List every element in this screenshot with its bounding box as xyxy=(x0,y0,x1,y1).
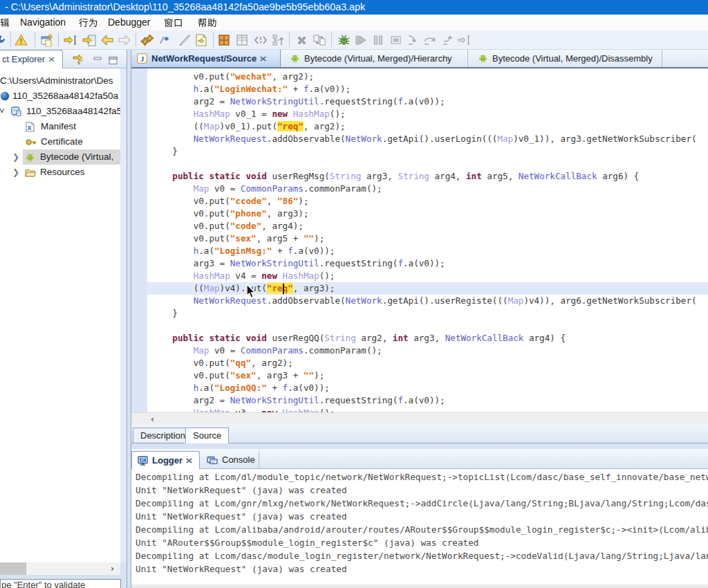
mouse-cursor-icon xyxy=(246,284,259,303)
editor-hscrollbar[interactable]: ‹ xyxy=(131,412,708,424)
console-window-icon xyxy=(207,453,218,470)
menu-item-cjk-2[interactable] xyxy=(79,15,97,30)
goto-document-icon[interactable] xyxy=(82,33,96,47)
resume-icon xyxy=(354,33,368,47)
chevron-collapsed-icon[interactable]: ❯ xyxy=(12,153,19,161)
tree-filter-input[interactable]: pe "Enter" to validate xyxy=(0,579,121,588)
debug-bug-icon[interactable] xyxy=(337,33,351,47)
close-icon[interactable]: ✕ xyxy=(48,50,56,68)
maximize-icon[interactable] xyxy=(109,55,118,67)
toolbar-separator xyxy=(136,33,136,47)
project-tree-hscrollbar[interactable]: › xyxy=(0,562,120,575)
window-title: - C:\Users\Administrator\Desktop\110_352… xyxy=(0,1,365,12)
hscrollbar-thumb[interactable] xyxy=(0,562,26,575)
close-icon[interactable]: ✕ xyxy=(259,50,268,68)
logger-output[interactable]: Decompiling at Lcom/dl/module_topic/netw… xyxy=(131,469,708,588)
export-doc-icon[interactable] xyxy=(194,33,208,47)
editor-column: JNetWorkRequest/Source✕Bytecode (Virtual… xyxy=(131,50,708,588)
code-line: public static void userRegMsg(String arg… xyxy=(131,170,708,183)
java-unit-icon: J xyxy=(137,52,147,69)
code-line: public static void userRegQQ(String arg2… xyxy=(131,332,708,344)
code-line: ((Map)v0_1).put("req", arg2); xyxy=(131,120,708,133)
toolbar-separator xyxy=(213,33,214,47)
toolbar-separator xyxy=(289,33,290,47)
editor-tab-label: Bytecode (Virtual, Merged)/Disassembly xyxy=(492,53,653,64)
editor-tab-label: Bytecode (Virtual, Merged)/Hierarchy xyxy=(304,53,452,64)
tree-item-c-users-administrator-des[interactable]: C:\Users\Administrator\Des xyxy=(0,73,120,89)
occurrence-highlight: "req" xyxy=(267,283,293,293)
back-arrow-icon[interactable] xyxy=(100,33,114,47)
new-window-icon[interactable] xyxy=(41,33,55,47)
tab-console[interactable]: Console xyxy=(201,451,259,469)
svg-text:J: J xyxy=(140,55,145,63)
log-line: Decompiling at Lcom/alibaba/android/arou… xyxy=(131,523,708,536)
run-to-line-icon xyxy=(458,33,472,47)
tree-item-bytecode-virtual-[interactable]: ❯Bytecode (Virtual, xyxy=(0,149,120,165)
menu-item-cjk-5[interactable] xyxy=(198,15,216,30)
log-line: Decompiling at Lcom/dasc/module_login_re… xyxy=(131,549,708,562)
tree-item-label: Resources xyxy=(40,165,85,180)
code-line: arg2 = NetWorkStringUtil.requestString(f… xyxy=(131,95,708,108)
tree-item-label: Manifest xyxy=(41,119,76,134)
forward-arrow-icon xyxy=(118,33,131,47)
menu-item-navigation[interactable]: Navigation xyxy=(20,15,66,30)
grid-orange-icon[interactable] xyxy=(217,33,231,47)
tab-source[interactable]: Source xyxy=(185,428,229,443)
vertical-sash[interactable] xyxy=(127,50,131,588)
code-line xyxy=(131,320,708,332)
scroll-left-icon[interactable]: ‹ xyxy=(151,414,154,424)
code-line: h.a("LoginQQ:" + f.a(v0)); xyxy=(131,382,708,394)
code-line: NetWorkRequest.addObservable(NetWork.get… xyxy=(131,133,708,145)
delete-icon xyxy=(295,33,308,47)
chevron-collapsed-icon[interactable]: ❯ xyxy=(12,168,19,176)
rename-icon[interactable] xyxy=(177,33,191,47)
code-line: HashMap v3 = new HashMap(); xyxy=(131,407,708,412)
certificate-key-icon xyxy=(26,137,35,147)
scroll-right-icon[interactable]: › xyxy=(111,564,114,573)
tree-item-110-35268aa48142fa50a[interactable]: 110_35268aa48142fa50a xyxy=(0,89,120,104)
tab-description[interactable]: Description xyxy=(133,428,193,443)
code-line: v0.put("qq", arg2); xyxy=(131,357,708,369)
code-line: } xyxy=(131,307,708,320)
open-partial-icon[interactable] xyxy=(0,33,8,47)
menu-item-debugger[interactable]: Debugger xyxy=(108,15,151,30)
menu-item-cjk-0[interactable] xyxy=(0,15,10,30)
chevron-expanded-icon[interactable]: ˅ xyxy=(0,107,6,116)
stop-icon xyxy=(389,33,402,47)
android-icon xyxy=(25,152,35,162)
editor-tab-0[interactable]: JNetWorkRequest/Source✕ xyxy=(131,50,281,67)
goto-address-icon[interactable] xyxy=(64,33,77,47)
android-icon xyxy=(478,52,488,69)
tree-item-110-35268aa48142fa5[interactable]: ˅110_35268aa48142fa5 xyxy=(0,104,120,119)
text-caret xyxy=(283,284,284,294)
gears-icon[interactable] xyxy=(140,33,154,47)
code-editor[interactable]: v0.put("wechat", arg2); h.a("LoginWechat… xyxy=(131,68,708,412)
editor-bottom-tabstrip: Description Source xyxy=(131,427,708,443)
warning-icon[interactable] xyxy=(14,33,28,47)
comment-icon[interactable]: /* xyxy=(159,33,173,47)
code-line: h.a("LoginWechat:" + f.a(v0)); xyxy=(131,83,708,95)
project-explorer-panel: ct Explorer✕ C:\Users\Administrator\Des1… xyxy=(0,50,127,588)
tree-item-resources[interactable]: ❯Resources xyxy=(0,165,120,180)
editor-tab-2[interactable]: Bytecode (Virtual, Merged)/Disassembly xyxy=(472,50,662,67)
code-line: HashMap v0_1 = new HashMap(); xyxy=(131,108,708,120)
menu-item-cjk-4[interactable] xyxy=(164,15,183,30)
tab-logger[interactable]: Logger✕ xyxy=(131,451,200,469)
code-line xyxy=(131,158,708,170)
tab-project-explorer[interactable]: ct Explorer✕ xyxy=(0,50,63,68)
logger-tabstrip: Logger✕ Console xyxy=(131,449,708,469)
close-icon[interactable]: ✕ xyxy=(185,452,194,470)
toolbar-separator xyxy=(331,33,332,47)
code-line: v0.put("ccode", "86"); xyxy=(131,195,708,208)
minimize-icon[interactable] xyxy=(93,55,102,67)
project-tree-scroll-gutter xyxy=(120,68,127,562)
tree-item-manifest[interactable]: XManifest xyxy=(0,119,120,134)
unit-icon xyxy=(11,107,21,116)
tree-item-certificate[interactable]: Certificate xyxy=(0,134,120,149)
log-line: Decompiling at Lcom/dl/module_topic/netw… xyxy=(131,469,708,484)
code-line: v0.put("sex", arg3 + ""); xyxy=(131,369,708,382)
link-with-editor-icon[interactable] xyxy=(71,53,85,67)
step-into-icon xyxy=(406,33,420,47)
editor-tab-1[interactable]: Bytecode (Virtual, Merged)/Hierarchy xyxy=(284,50,468,67)
logger-bottom-scrollbar xyxy=(131,585,708,588)
